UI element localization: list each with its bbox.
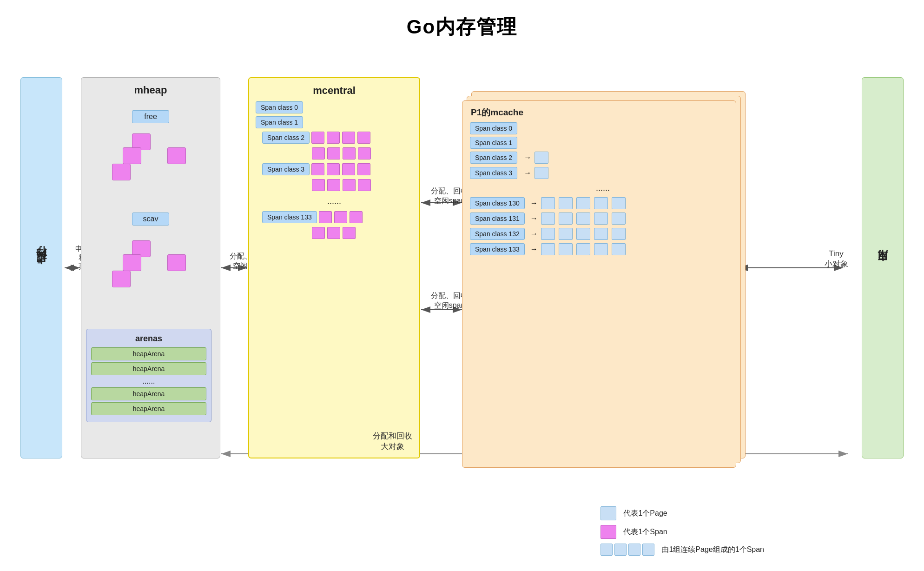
scav-tree-node2 xyxy=(123,254,141,271)
mcentral-row-133-wrap: Span class 133 xyxy=(256,211,413,239)
main-title: Go内存管理 xyxy=(0,0,924,49)
mcache-row-132: Span class 132 → xyxy=(470,227,728,240)
pink-15 xyxy=(343,179,356,191)
legend-spanpages-icon xyxy=(600,543,655,556)
mcache-row-1: Span class 1 xyxy=(470,137,728,149)
vmem-box: 虚拟内存 xyxy=(20,77,62,458)
mcache-dots: ...... xyxy=(470,183,736,193)
page-132-3 xyxy=(576,228,590,240)
legend-spanpages-label: 由1组连续Page组成的1个Span xyxy=(661,545,764,555)
mcache-span-132: Span class 132 xyxy=(470,228,525,240)
pink-21 xyxy=(327,227,340,239)
mcentral-span-3: Span class 3 xyxy=(262,163,310,175)
pink-4 xyxy=(357,132,370,144)
mcentral-span-1: Span class 1 xyxy=(256,116,303,128)
mcentral-row-133b xyxy=(311,226,406,239)
arenas-title: arenas xyxy=(91,334,206,344)
legend-page-icon xyxy=(601,506,616,520)
mcentral-row-133a: Span class 133 xyxy=(262,211,406,224)
scav-label: scav xyxy=(132,212,169,226)
mcache-span-130: Span class 130 xyxy=(470,197,525,209)
pink-9 xyxy=(311,163,324,175)
legend-span-icon xyxy=(601,525,616,539)
app-label: 应用 xyxy=(876,265,890,271)
mheap-title: mheap xyxy=(81,84,220,96)
mcache-card-p1: P1的mcache Span class 0 Span class 1 Span… xyxy=(462,100,736,468)
pink-19 xyxy=(350,211,363,223)
arenas-dots: ...... xyxy=(93,377,205,385)
legend-span-label: 代表1个Span xyxy=(623,527,667,537)
free-tree-node2 xyxy=(123,147,141,164)
pink-2 xyxy=(327,132,340,144)
mcache-row-2: Span class 2 → xyxy=(470,151,728,164)
mcache-span-133: Span class 133 xyxy=(470,243,525,255)
page-130-2 xyxy=(559,197,573,209)
mcache-span-131: Span class 131 xyxy=(470,212,525,225)
page-131-5 xyxy=(612,212,626,225)
heap-arena-4: heapArena xyxy=(91,402,206,415)
mcache-span-1: Span class 1 xyxy=(470,137,517,149)
scav-tree-node4 xyxy=(112,271,131,287)
mcentral-row-1: Span class 1 xyxy=(256,116,413,128)
pink-13 xyxy=(312,179,325,191)
legend-span-row: 代表1个Span xyxy=(600,525,764,539)
mcentral-span-133: Span class 133 xyxy=(262,211,317,223)
mcentral-row-2b xyxy=(311,147,406,160)
pink-16 xyxy=(358,179,371,191)
page-130-1 xyxy=(541,197,555,209)
page-130-4 xyxy=(594,197,608,209)
mcache-row-131: Span class 131 → xyxy=(470,212,728,225)
heap-arena-3: heapArena xyxy=(91,387,206,400)
page-133-4 xyxy=(594,243,608,255)
page-132-4 xyxy=(594,228,608,240)
page-132-1 xyxy=(541,228,555,240)
mcache-row-0: Span class 0 xyxy=(470,122,728,134)
mcentral-span-0: Span class 0 xyxy=(256,101,303,113)
large-obj-label: 分配和回收大对象 xyxy=(346,431,439,452)
scav-tree-node3 xyxy=(167,254,186,271)
pink-20 xyxy=(312,227,325,239)
page-2 xyxy=(535,152,548,164)
pink-5 xyxy=(312,147,325,159)
page-3 xyxy=(535,167,548,179)
mcache-span-2: Span class 2 xyxy=(470,152,517,164)
page-131-4 xyxy=(594,212,608,225)
mcentral-box: mcentral Span class 0 Span class 1 Span … xyxy=(248,77,420,458)
pink-10 xyxy=(327,163,340,175)
mcentral-span-2: Span class 2 xyxy=(262,132,310,144)
legend-page-label: 代表1个Page xyxy=(623,509,667,518)
legend-spanpages-row: 由1组连续Page组成的1个Span xyxy=(600,543,764,556)
heap-arena-2: heapArena xyxy=(91,362,206,375)
free-label: free xyxy=(132,110,169,123)
page-132-2 xyxy=(559,228,573,240)
page-132-5 xyxy=(612,228,626,240)
mcentral-row-0: Span class 0 xyxy=(256,101,413,113)
pink-3 xyxy=(342,132,355,144)
lp2 xyxy=(614,544,627,556)
page-131-3 xyxy=(576,212,590,225)
pink-6 xyxy=(327,147,340,159)
mcache-row-3: Span class 3 → xyxy=(470,166,728,179)
mcentral-row-3-wrap: Span class 3 xyxy=(256,163,413,192)
pink-22 xyxy=(343,227,356,239)
page-131-2 xyxy=(559,212,573,225)
page-133-2 xyxy=(559,243,573,255)
pink-18 xyxy=(334,211,347,223)
mcache-row-130: Span class 130 → xyxy=(470,197,728,210)
mcache-title-p1: P1的mcache xyxy=(471,106,736,119)
pink-7 xyxy=(343,147,356,159)
mcentral-row-2a: Span class 2 xyxy=(262,131,406,144)
pink-12 xyxy=(357,163,370,175)
page-133-5 xyxy=(612,243,626,255)
heap-arena-1: heapArena xyxy=(91,347,206,360)
arenas-box: arenas heapArena heapArena ...... heapAr… xyxy=(86,329,211,422)
legend-area: 代表1个Page 代表1个Span 由1组连续Page组成的1个Span xyxy=(600,506,764,556)
vmem-label: 虚拟内存 xyxy=(34,262,48,273)
tiny-label: Tiny小对象 xyxy=(818,249,855,269)
mcache-row-133: Span class 133 → xyxy=(470,243,728,256)
pink-1 xyxy=(311,132,324,144)
free-tree-node3 xyxy=(167,147,186,164)
mcentral-row-3a: Span class 3 xyxy=(262,163,406,176)
lp3 xyxy=(628,544,640,556)
pink-8 xyxy=(358,147,371,159)
